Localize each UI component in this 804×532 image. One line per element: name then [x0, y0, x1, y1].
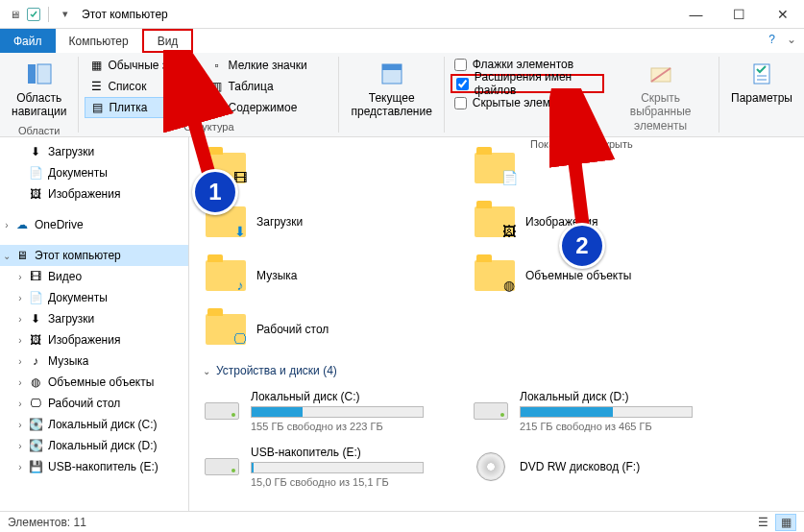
status-text: Элементов: 11 [8, 516, 86, 529]
titlebar: 🖥 ▾ Этот компьютер — ☐ ✕ [0, 0, 804, 29]
maximize-button[interactable]: ☐ [718, 0, 761, 29]
chevron-down-icon: ⌄ [203, 366, 210, 376]
icons-medium-icon: ▦ [88, 58, 104, 73]
options-icon [746, 59, 777, 89]
drive-d[interactable]: Локальный диск (D:) 215 ГБ свободно из 4… [472, 383, 741, 439]
music-icon: ♪ [27, 353, 44, 369]
desktop-icon: 🖵 [27, 396, 44, 411]
collapse-ribbon-icon[interactable]: ⌄ [787, 33, 796, 46]
documents-icon: 📄 [27, 290, 44, 305]
window-title: Этот компьютер [82, 8, 168, 21]
svg-rect-0 [28, 64, 36, 84]
folder-icon: 🖵 [206, 314, 246, 345]
status-bar: Элементов: 11 ☰ ▦ [0, 511, 804, 532]
folder-icon: ◍ [475, 260, 515, 291]
ribbon-tabs: Файл Компьютер Вид ? ⌄ [0, 29, 804, 53]
tree-pictures2[interactable]: ›🖼Изображения [0, 329, 188, 351]
svg-rect-1 [37, 64, 51, 84]
hide-selected-button[interactable]: Скрыть выбранные элементы [608, 55, 713, 136]
tree-desktop[interactable]: ›🖵Рабочий стол [0, 393, 188, 414]
ribbon: Область навигации Области ▦Обычные значк… [0, 53, 804, 137]
onedrive-icon: ☁ [13, 217, 31, 232]
folder-music[interactable]: ♪Музыка [203, 249, 472, 302]
downloads-icon: ⬇ [27, 144, 44, 159]
view-details-button[interactable]: ☰ [752, 514, 773, 531]
callout-marker-2: 2 [559, 223, 605, 269]
folder-icon: 🖼 [475, 206, 515, 237]
group-areas-label: Области [6, 123, 72, 138]
drive-icon [205, 402, 239, 420]
tree-documents2[interactable]: ›📄Документы [0, 287, 188, 308]
nav-pane-icon [24, 59, 55, 89]
nav-pane-button[interactable]: Область навигации [6, 55, 72, 123]
downloads-icon: ⬇ [27, 311, 44, 326]
capacity-bar [520, 406, 693, 418]
options-button[interactable]: Параметры [725, 55, 798, 109]
tab-computer[interactable]: Компьютер [56, 29, 142, 53]
pictures-icon: 🖼 [27, 186, 44, 202]
tree-usbe[interactable]: ›💾USB-накопитель (E:) [0, 456, 188, 477]
3d-icon: ◍ [27, 375, 44, 390]
capacity-bar [251, 406, 424, 418]
tree-onedrive[interactable]: ›☁OneDrive [0, 214, 188, 235]
tree-this-pc[interactable]: ⌄🖥Этот компьютер [0, 245, 188, 266]
qa-props-icon[interactable] [27, 8, 40, 21]
tree-documents[interactable]: 📄Документы [0, 162, 188, 183]
callout-marker-1: 1 [192, 169, 238, 215]
app-icon: 🖥 [6, 6, 23, 23]
documents-icon: 📄 [27, 165, 44, 181]
thispc-icon: 🖥 [13, 248, 31, 263]
drive-icon [474, 402, 508, 420]
folder-icon: 📄 [475, 153, 515, 183]
drive-c[interactable]: Локальный диск (C:) 155 ГБ свободно из 2… [203, 383, 472, 439]
drive-icon: 💽 [27, 417, 44, 432]
current-view-label: Текущее представление [351, 91, 431, 119]
hide-icon [646, 59, 676, 89]
tree-diskd[interactable]: ›💽Локальный диск (D:) [0, 435, 188, 456]
tree-downloads2[interactable]: ›⬇Загрузки [0, 308, 188, 329]
svg-rect-3 [382, 64, 402, 70]
current-view-button[interactable]: Текущее представление [345, 55, 437, 123]
tree-music[interactable]: ›♪Музыка [0, 351, 188, 372]
tree-video[interactable]: ›🎞Видео [0, 266, 188, 287]
callout-arrow-2 [549, 88, 617, 232]
current-view-icon [377, 59, 407, 89]
usb-drive-icon [205, 458, 239, 475]
close-button[interactable]: ✕ [761, 0, 804, 29]
folder-item[interactable]: 🎞 [203, 141, 472, 195]
tab-file[interactable]: Файл [0, 29, 56, 53]
pictures-icon: 🖼 [27, 332, 44, 348]
tree-downloads[interactable]: ⬇Загрузки [0, 141, 188, 162]
tile-icon: ▤ [89, 100, 105, 115]
view-tiles-button[interactable]: ▦ [775, 514, 796, 531]
tree-3dobjects[interactable]: ›◍Объемные объекты [0, 372, 188, 393]
drive-icon: 💽 [27, 438, 44, 453]
drive-e[interactable]: USB-накопитель (E:) 15,0 ГБ свободно из … [203, 439, 472, 495]
help-icon[interactable]: ? [768, 33, 775, 46]
capacity-bar [251, 462, 424, 473]
svg-rect-6 [754, 64, 769, 84]
dvd-icon [476, 452, 505, 481]
list-icon: ☰ [88, 79, 104, 94]
devices-section-header[interactable]: ⌄ Устройства и диски (4) [203, 364, 804, 377]
folder-desktop[interactable]: 🖵Рабочий стол [203, 302, 472, 356]
tree-diskc[interactable]: ›💽Локальный диск (C:) [0, 414, 188, 435]
folder-icon: ♪ [206, 260, 246, 291]
nav-pane-label: Область навигации [12, 91, 66, 119]
navigation-pane[interactable]: ⬇Загрузки 📄Документы 🖼Изображения ›☁OneD… [0, 137, 189, 511]
folder-3dobjects[interactable]: ◍Объемные объекты [472, 249, 741, 302]
drive-f[interactable]: DVD RW дисковод (F:) [472, 439, 741, 495]
folder-downloads[interactable]: ⬇Загрузки [203, 195, 472, 249]
tree-pictures[interactable]: 🖼Изображения [0, 183, 188, 205]
usb-icon: 💾 [27, 459, 44, 474]
main-content[interactable]: 🎞 📄 ⬇Загрузки 🖼Изображения ♪Музыка ◍Объе… [189, 137, 804, 511]
minimize-button[interactable]: — [674, 0, 718, 29]
video-icon: 🎞 [27, 269, 44, 284]
dropdown-icon[interactable]: ▾ [57, 6, 74, 23]
